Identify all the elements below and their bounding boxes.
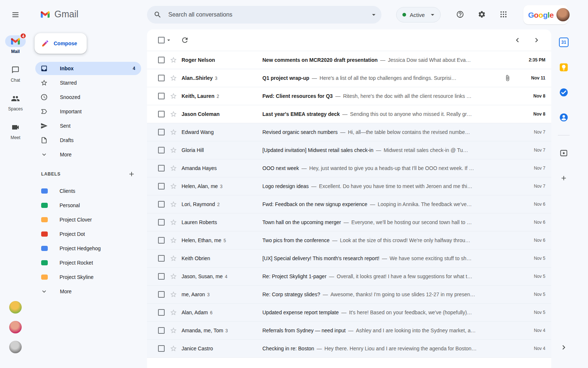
email-row[interactable]: Gloria Hill[Updated invitation] Midwest …: [147, 141, 551, 159]
email-subject: Fwd: Feedback on the new signup experien…: [262, 201, 368, 207]
email-row[interactable]: Lori, Raymond2Fwd: Feedback on the new s…: [147, 195, 551, 213]
row-checkbox[interactable]: [158, 129, 165, 135]
help-button[interactable]: [452, 6, 469, 23]
sidebar-item-more-labels[interactable]: More: [35, 285, 141, 298]
addon-button[interactable]: [556, 146, 571, 160]
row-checkbox[interactable]: [158, 255, 165, 262]
rail-item-spaces[interactable]: Spaces: [0, 93, 31, 112]
email-row[interactable]: Alan..Shirley3Q1 project wrap-up—Here's …: [147, 69, 551, 87]
sidebar-item-drafts[interactable]: Drafts: [35, 134, 141, 147]
row-checkbox[interactable]: [158, 309, 165, 316]
email-row[interactable]: Keith Obrien[UX] Special delivery! This …: [147, 250, 551, 268]
calendar-button[interactable]: 31: [556, 35, 571, 50]
row-checkbox[interactable]: [158, 93, 165, 99]
contacts-button[interactable]: [556, 110, 571, 125]
label-item-clients[interactable]: Clients: [35, 184, 141, 198]
row-checkbox[interactable]: [158, 183, 165, 190]
row-checkbox[interactable]: [158, 219, 165, 226]
rail-item-mail[interactable]: 4Mail: [0, 35, 31, 54]
email-row[interactable]: Jason, Susan, me4Re: Project Skylight 1-…: [147, 268, 551, 286]
side-panel-toggle[interactable]: [554, 339, 573, 356]
rail-item-chat[interactable]: Chat: [0, 64, 31, 83]
star-icon[interactable]: [170, 183, 177, 190]
star-icon[interactable]: [170, 128, 177, 136]
email-row[interactable]: Jason ColemanLast year's EMEA strategy d…: [147, 105, 551, 123]
star-icon[interactable]: [170, 219, 177, 226]
label-item-project-dot[interactable]: Project Dot: [35, 227, 141, 241]
google-apps-button[interactable]: [495, 6, 512, 23]
row-checkbox[interactable]: [158, 75, 165, 81]
star-icon[interactable]: [170, 327, 177, 334]
profile-avatar[interactable]: [556, 8, 570, 21]
select-dropdown-icon[interactable]: [165, 37, 172, 43]
row-checkbox[interactable]: [158, 237, 165, 244]
email-row[interactable]: Helen, Alan, me3Logo redesign ideas—Exce…: [147, 177, 551, 195]
add-label-button[interactable]: [128, 170, 135, 178]
label-name: Personal: [60, 202, 80, 208]
newer-page-icon[interactable]: [513, 36, 522, 45]
account-avatar[interactable]: [9, 341, 22, 353]
row-checkbox[interactable]: [158, 57, 165, 63]
status-selector[interactable]: Active: [396, 7, 441, 22]
star-icon[interactable]: [170, 74, 177, 82]
row-checkbox[interactable]: [158, 147, 165, 153]
sidebar-item-important[interactable]: Important: [35, 105, 141, 118]
label-item-project-hedgehog[interactable]: Project Hedgehog: [35, 242, 141, 255]
account-avatar[interactable]: [9, 301, 22, 314]
star-icon[interactable]: [170, 164, 177, 172]
tasks-button[interactable]: [556, 85, 571, 100]
search-options-caret-icon[interactable]: [370, 11, 378, 19]
settings-button[interactable]: [473, 6, 490, 23]
star-icon[interactable]: [170, 309, 177, 316]
refresh-icon[interactable]: [181, 36, 189, 44]
select-all-checkbox[interactable]: [158, 37, 165, 43]
star-icon[interactable]: [170, 146, 177, 154]
sidebar-item-more[interactable]: More: [35, 148, 141, 161]
email-row[interactable]: Edward WangRevised organic search number…: [147, 123, 551, 141]
star-icon[interactable]: [170, 237, 177, 244]
email-row[interactable]: Lauren RobertsTown hall on the upcoming …: [147, 213, 551, 231]
compose-button[interactable]: Compose: [35, 33, 87, 54]
older-page-icon[interactable]: [532, 36, 541, 45]
row-checkbox[interactable]: [158, 273, 165, 280]
star-icon[interactable]: [170, 255, 177, 262]
star-icon[interactable]: [170, 110, 177, 118]
email-row[interactable]: Roger NelsonNew comments on MCR2020 draf…: [147, 51, 551, 69]
label-item-project-skyline[interactable]: Project Skyline: [35, 270, 141, 284]
plus-button[interactable]: [556, 171, 571, 185]
keep-button[interactable]: [556, 60, 571, 75]
account-avatar[interactable]: [9, 321, 22, 333]
star-icon[interactable]: [170, 273, 177, 280]
email-row[interactable]: Alan, Adam6Updated expense report templa…: [147, 304, 551, 322]
row-checkbox[interactable]: [158, 291, 165, 298]
row-checkbox[interactable]: [158, 201, 165, 208]
star-icon[interactable]: [170, 56, 177, 64]
email-row[interactable]: Janice CastroChecking in re: Boston—Hey …: [147, 340, 551, 358]
star-icon[interactable]: [170, 201, 177, 208]
rail-item-meet[interactable]: Meet: [0, 121, 31, 141]
label-item-project-clover[interactable]: Project Clover: [35, 213, 141, 226]
email-row[interactable]: Amanda, me, Tom3Referrals from Sydney — …: [147, 322, 551, 340]
label-item-personal[interactable]: Personal: [35, 199, 141, 212]
pagination: [513, 36, 541, 45]
row-checkbox[interactable]: [158, 165, 165, 171]
row-checkbox[interactable]: [158, 111, 165, 117]
email-row[interactable]: Keith, Lauren2Fwd: Client resources for …: [147, 87, 551, 105]
email-row[interactable]: Amanda HayesOOO next week—Hey, just want…: [147, 159, 551, 177]
sidebar-item-sent[interactable]: Sent: [35, 119, 141, 132]
sidebar-item-snoozed[interactable]: Snoozed: [35, 91, 141, 104]
label-item-project-rocket[interactable]: Project Rocket: [35, 256, 141, 269]
plus-icon: [560, 174, 567, 182]
row-checkbox[interactable]: [158, 327, 165, 334]
search-input[interactable]: [168, 11, 370, 18]
email-row[interactable]: Helen, Ethan, me5Two pics from the confe…: [147, 231, 551, 250]
search-icon[interactable]: [154, 11, 162, 19]
star-icon[interactable]: [170, 345, 177, 352]
sidebar-item-inbox[interactable]: Inbox4: [35, 62, 141, 75]
sidebar-item-starred[interactable]: Starred: [35, 76, 141, 89]
main-menu-button[interactable]: [7, 6, 24, 24]
row-checkbox[interactable]: [158, 345, 165, 352]
star-icon[interactable]: [170, 92, 177, 100]
star-icon[interactable]: [170, 291, 177, 298]
email-row[interactable]: me, Aaron3Re: Corp strategy slides?—Awes…: [147, 286, 551, 304]
